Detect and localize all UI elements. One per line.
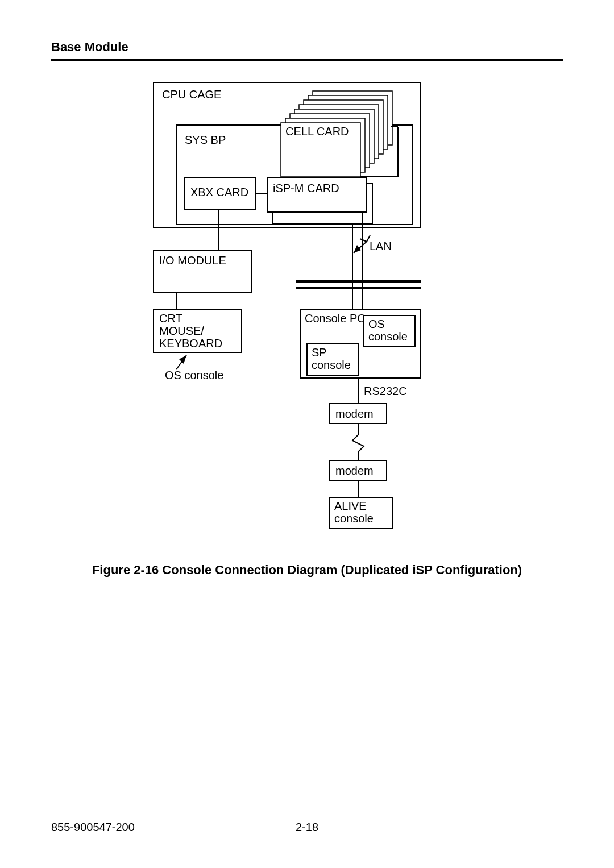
svg-marker-15 [179,355,186,364]
isp-m-card-label: iSP-M CARD [273,182,339,194]
sys-bp-label: SYS BP [185,134,226,146]
modem-2-label: modem [335,464,374,477]
console-pc-label: Console PC [305,312,366,325]
sp-console-l2: console [312,359,351,371]
io-module-label: I/O MODULE [159,254,226,267]
modem-zigzag [352,423,364,460]
xbx-card-label: XBX CARD [190,186,248,198]
crt-label-1: CRT [159,312,182,325]
os-console-l1: OS [368,318,385,330]
figure-caption: Figure 2-16 Console Connection Diagram (… [0,563,614,578]
crt-label-2: MOUSE/ [159,325,204,337]
alive-console-l2: console [334,512,374,525]
cpu-cage-label: CPU CAGE [162,88,221,101]
lan-label: LAN [370,240,392,252]
section-title: Base Module [51,40,563,55]
os-console-l2: console [368,330,408,343]
rs232c-label: RS232C [364,385,407,397]
header-rule [51,59,563,61]
console-connection-diagram: CPU CAGE SYS BP CELL CARD [154,82,460,549]
alive-console-l1: ALIVE [334,500,367,512]
diagram-svg: CPU CAGE SYS BP CELL CARD [154,82,460,549]
modem-1-label: modem [335,408,374,420]
os-console-note: OS console [165,369,223,381]
cell-card-label: CELL CARD [285,125,349,138]
page-footer: 2-18 855-900547-200 [51,821,563,834]
page-number: 2-18 [51,821,563,834]
crt-label-3: KEYBOARD [159,337,222,350]
svg-marker-19 [354,245,361,253]
sp-console-l1: SP [312,346,327,359]
